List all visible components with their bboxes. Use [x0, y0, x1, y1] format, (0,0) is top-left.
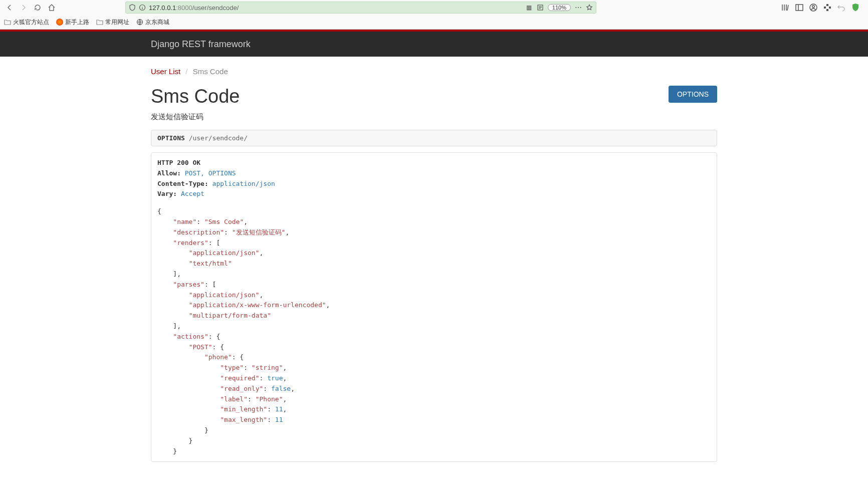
- request-info: OPTIONS /user/sendcode/: [151, 130, 717, 146]
- forward-button[interactable]: [18, 2, 29, 13]
- folder-icon: [96, 19, 103, 26]
- bookmark-item[interactable]: 火狐官方站点: [4, 18, 49, 27]
- svg-rect-7: [829, 7, 831, 9]
- bookmark-item[interactable]: 京东商城: [136, 18, 169, 27]
- response-block: HTTP 200 OK Allow: POST, OPTIONS Content…: [151, 152, 717, 462]
- page-title: Sms Code: [151, 86, 240, 107]
- library-icon[interactable]: [781, 3, 790, 12]
- svg-point-4: [812, 6, 814, 8]
- qr-icon[interactable]: ▦: [526, 4, 533, 11]
- bookmarks-bar: 火狐官方站点 新手上路 常用网址 京东商城: [0, 15, 868, 29]
- bookmark-star-icon[interactable]: [586, 4, 593, 11]
- breadcrumb-current: Sms Code: [193, 67, 228, 76]
- account-icon[interactable]: [809, 3, 818, 12]
- firefox-icon: [56, 19, 63, 26]
- drf-brand[interactable]: Django REST framework: [151, 39, 251, 49]
- svg-rect-2: [796, 5, 803, 11]
- back-button[interactable]: [4, 2, 15, 13]
- response-json: { "name": "Sms Code", "description": "发送…: [157, 206, 711, 456]
- home-button[interactable]: [46, 2, 57, 13]
- info-icon[interactable]: [139, 4, 146, 11]
- undo-icon[interactable]: [837, 3, 846, 12]
- page-description: 发送短信验证码: [151, 112, 717, 122]
- shield-icon: [129, 4, 136, 11]
- reader-icon[interactable]: [537, 4, 544, 11]
- breadcrumb-root[interactable]: User List: [151, 67, 180, 76]
- svg-rect-8: [826, 9, 828, 11]
- response-status: HTTP 200 OK: [157, 158, 711, 168]
- url-bar[interactable]: 127.0.0.1:8000/user/sendcode/ ▦ 110% ⋯: [125, 2, 596, 14]
- svg-rect-6: [824, 7, 826, 9]
- extension-icon[interactable]: [823, 3, 832, 12]
- page-actions-icon[interactable]: ⋯: [575, 4, 582, 12]
- url-text: 127.0.0.1:8000/user/sendcode/: [149, 4, 239, 12]
- ublock-icon[interactable]: [851, 3, 860, 12]
- bookmark-item[interactable]: 常用网址: [96, 18, 129, 27]
- bookmark-item[interactable]: 新手上路: [56, 18, 89, 27]
- svg-rect-5: [826, 4, 828, 6]
- reload-button[interactable]: [32, 2, 43, 13]
- globe-icon: [136, 19, 143, 26]
- folder-icon: [4, 19, 11, 26]
- zoom-badge[interactable]: 110%: [548, 4, 571, 11]
- sidebar-icon[interactable]: [795, 3, 804, 12]
- breadcrumb: User List / Sms Code: [151, 64, 717, 76]
- options-button[interactable]: OPTIONS: [669, 86, 717, 103]
